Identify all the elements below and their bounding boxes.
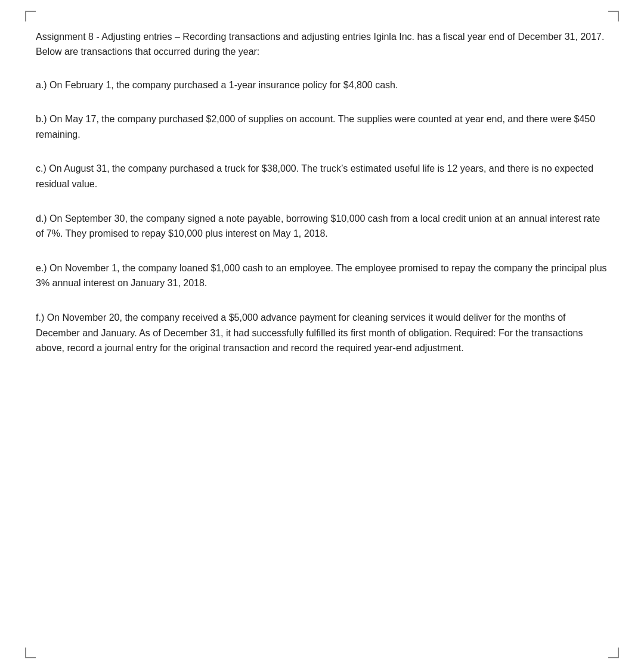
transaction-a-text: a.) On February 1, the company purchased… bbox=[36, 78, 608, 93]
transaction-c-text: c.) On August 31, the company purchased … bbox=[36, 161, 608, 191]
corner-mark-top-right bbox=[608, 11, 619, 21]
intro-text: Assignment 8 - Adjusting entries – Recor… bbox=[36, 30, 608, 60]
transaction-e: e.) On November 1, the company loaned $1… bbox=[36, 261, 608, 291]
main-content: Assignment 8 - Adjusting entries – Recor… bbox=[36, 24, 608, 356]
transaction-d-text: d.) On September 30, the company signed … bbox=[36, 211, 608, 241]
intro-block: Assignment 8 - Adjusting entries – Recor… bbox=[36, 30, 608, 60]
corner-mark-bottom-left bbox=[25, 648, 36, 658]
corner-mark-top-left bbox=[25, 11, 36, 21]
transaction-b: b.) On May 17, the company purchased $2,… bbox=[36, 112, 608, 142]
transaction-c: c.) On August 31, the company purchased … bbox=[36, 161, 608, 191]
transaction-d: d.) On September 30, the company signed … bbox=[36, 211, 608, 241]
transaction-a: a.) On February 1, the company purchased… bbox=[36, 78, 608, 93]
transaction-e-text: e.) On November 1, the company loaned $1… bbox=[36, 261, 608, 291]
corner-mark-bottom-right bbox=[608, 648, 619, 658]
page-container: Assignment 8 - Adjusting entries – Recor… bbox=[0, 0, 644, 669]
transaction-f-text: f.) On November 20, the company received… bbox=[36, 310, 608, 356]
transaction-b-text: b.) On May 17, the company purchased $2,… bbox=[36, 112, 608, 142]
transaction-f: f.) On November 20, the company received… bbox=[36, 310, 608, 356]
